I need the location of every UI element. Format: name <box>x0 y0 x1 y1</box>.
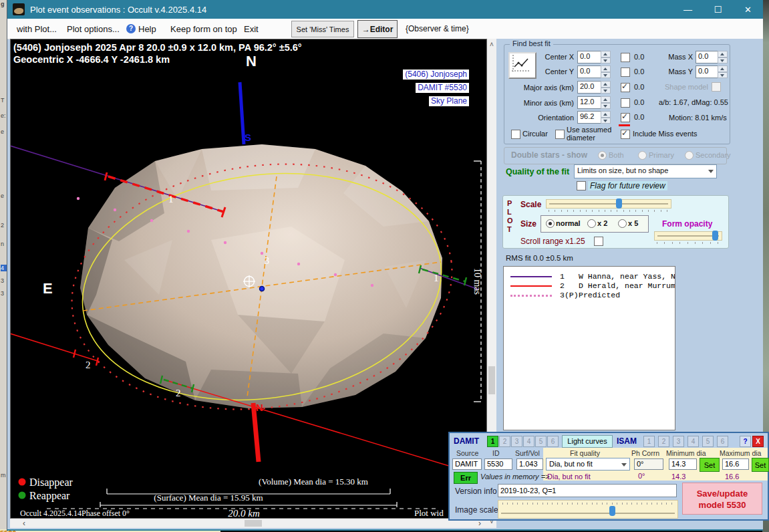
ph-corrn-field[interactable]: 0° <box>634 458 663 470</box>
damit-tab-2[interactable]: 2 <box>499 436 510 447</box>
double-both-radio[interactable] <box>598 151 607 160</box>
isam-tab-2[interactable]: 2 <box>658 436 669 447</box>
observation-row[interactable]: 3(P) Predicted <box>504 291 675 300</box>
motion-label: Motion: 8.01 km/s <box>669 114 727 122</box>
max-dia-header: Maximum dia <box>720 449 761 457</box>
set-max-button[interactable]: Set <box>752 458 769 472</box>
observation-row[interactable]: 1 W Hanna, near Yass, Nsw <box>504 272 675 281</box>
ph-corrn-header: Ph Corrn <box>631 449 659 457</box>
image-scale-slider[interactable] <box>498 500 678 519</box>
surfvol-header: Surf/Vol <box>515 449 540 457</box>
plot-horizontal-scrollbar[interactable]: ‹ › <box>10 519 487 528</box>
light-curves-button[interactable]: Light curves <box>562 435 613 448</box>
horizontal-scroll-thumb[interactable] <box>245 520 262 527</box>
major-axis-err: 0.0 <box>634 83 644 91</box>
scroll-up-icon[interactable]: ˄ <box>487 40 496 49</box>
isam-tab-1[interactable]: 1 <box>643 436 655 447</box>
surface-mean-label: (Surface) Mean dia = 15.95 km <box>154 493 263 503</box>
plot-width-label: Plot wid <box>414 508 444 518</box>
vertical-scroll-thumb[interactable] <box>488 366 495 394</box>
chord1-label-left: 1 <box>168 194 174 205</box>
plot-header-line2: Geocentric X -4666.4 Y -2461.8 km <box>13 54 170 65</box>
form-opacity-slider[interactable] <box>654 231 722 241</box>
damit-tab-6[interactable]: 6 <box>547 436 559 447</box>
size-x5-radio[interactable] <box>618 219 627 228</box>
menu-exit[interactable]: Exit <box>241 19 261 39</box>
fit-quality-combo[interactable]: Dia, but no fit <box>546 458 630 471</box>
quality-label: Quality of the fit <box>506 167 569 176</box>
scroll-left-icon[interactable]: ‹ <box>19 519 29 528</box>
close-button[interactable]: ✕ <box>733 0 763 19</box>
orientation-spinner[interactable]: 96.2 <box>577 111 611 124</box>
fit-quality-header: Fit quality <box>570 449 600 457</box>
damit-tab-4[interactable]: 4 <box>523 436 534 447</box>
double-secondary-radio[interactable] <box>685 151 694 160</box>
damit-tab-1[interactable]: 1 <box>487 436 498 447</box>
use-assumed-checkbox[interactable] <box>555 130 565 139</box>
orientation-fit-checkbox[interactable] <box>621 113 630 122</box>
size-x2-radio[interactable] <box>587 219 596 228</box>
isam-tab-3[interactable]: 3 <box>673 436 684 447</box>
opacity-slider-ticks <box>657 242 718 244</box>
major-axis-spinner[interactable]: 20.0 <box>577 81 611 94</box>
damit-title: DAMIT <box>454 436 479 446</box>
save-update-button[interactable]: Save/update model 5530 <box>682 483 762 515</box>
min-dia-field[interactable]: 14.3 <box>669 458 697 470</box>
surfvol-field[interactable]: 1.043 <box>516 458 543 470</box>
minor-axis-fit-checkbox[interactable] <box>621 98 630 108</box>
minimize-button[interactable]: — <box>673 0 703 19</box>
minor-axis-spinner[interactable]: 12.0 <box>577 96 611 109</box>
mass-y-spinner[interactable]: 0.0 <box>696 65 728 78</box>
observation-row[interactable]: 2 D Herald, near Murrumba <box>504 281 675 291</box>
damit-close-button[interactable]: X <box>752 436 764 447</box>
plot-header-line1: (5406) Jonjoseph 2025 Apr 8 20.0 ±0.9 x … <box>13 42 302 53</box>
observations-listbox[interactable]: 1 W Hanna, near Yass, Nsw 2 D Herald, ne… <box>503 266 675 430</box>
shape-model-checkbox[interactable] <box>712 82 721 92</box>
flag-review-checkbox[interactable] <box>577 181 586 190</box>
scale-slider-thumb[interactable] <box>616 198 622 209</box>
scroll-range-checkbox[interactable] <box>594 237 603 246</box>
damit-tab-5[interactable]: 5 <box>535 436 547 447</box>
major-axis-label: Major axis (km) <box>515 84 574 92</box>
title-bar[interactable]: Plot event observations : Occult v.4.202… <box>7 0 763 19</box>
center-y-fit-checkbox[interactable] <box>621 68 630 77</box>
isam-tab-5[interactable]: 5 <box>702 436 714 447</box>
plot-canvas: S N 1 1 <box>11 39 486 518</box>
observer-time-label: {Observer & time} <box>403 19 472 39</box>
size-normal-radio[interactable] <box>546 219 555 228</box>
set-min-button[interactable]: Set <box>700 458 720 472</box>
best-fit-button[interactable] <box>508 52 536 79</box>
image-scale-thumb[interactable] <box>609 506 615 516</box>
menu-help[interactable]: ? Help <box>124 19 159 39</box>
circular-checkbox[interactable] <box>511 130 520 139</box>
version-info-field[interactable]: 2019-10-23, Q=1 <box>498 484 677 497</box>
center-x-fit-checkbox[interactable] <box>621 53 630 62</box>
quality-combo[interactable]: Limits on size, but no shape <box>574 164 717 178</box>
editor-button[interactable]: →Editor <box>357 20 398 38</box>
mass-x-spinner[interactable]: 0.0 <box>696 51 728 63</box>
plot-scale-slider[interactable] <box>546 199 671 209</box>
isam-tab-6[interactable]: 6 <box>717 436 728 447</box>
ab-dmag-label: a/b: 1.67, dMag: 0.55 <box>659 98 728 106</box>
max-dia-field[interactable]: 16.6 <box>722 458 749 470</box>
source-field[interactable]: DAMIT <box>452 458 482 470</box>
major-axis-fit-checkbox[interactable] <box>621 83 630 92</box>
disappear-legend: Disappear <box>29 477 73 489</box>
menu-with-plot[interactable]: with Plot... <box>14 19 59 39</box>
image-scale-ticks <box>502 503 672 505</box>
double-primary-radio[interactable] <box>638 151 647 160</box>
damit-help-button[interactable]: ? <box>740 436 751 447</box>
isam-tab-4[interactable]: 4 <box>687 436 699 447</box>
damit-tab-3[interactable]: 3 <box>511 436 522 447</box>
center-x-spinner[interactable]: 0.0 <box>577 51 611 63</box>
menu-plot-options[interactable]: Plot options... <box>64 19 122 39</box>
maximize-button[interactable]: ☐ <box>703 0 733 19</box>
id-field[interactable]: 5530 <box>484 458 512 470</box>
include-miss-checkbox[interactable] <box>621 130 630 139</box>
menu-keep-on-top[interactable]: Keep form on top <box>168 19 240 39</box>
center-y-spinner[interactable]: 0.0 <box>577 65 611 78</box>
window-title: Plot event observations : Occult v.4.202… <box>30 5 206 15</box>
set-miss-times-button[interactable]: Set 'Miss' Times <box>291 21 354 37</box>
opacity-slider-thumb[interactable] <box>712 231 718 241</box>
err-button[interactable]: Err <box>454 472 478 484</box>
